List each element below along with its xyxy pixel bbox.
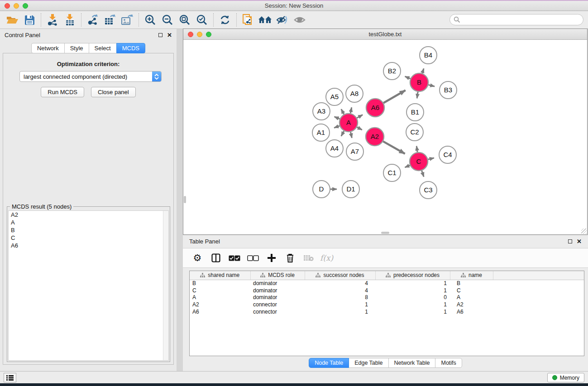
graph-node-C2[interactable]: C2 [406,124,423,141]
column-header-predecessor-nodes[interactable]: predecessor nodes [375,271,450,280]
tab-network[interactable]: Network [31,43,65,53]
column-header-shared-name[interactable]: shared name [190,271,250,280]
network-close-button[interactable] [188,32,193,37]
graph-node-C1[interactable]: C1 [383,164,401,181]
function-builder-button[interactable]: f(x) [320,251,333,265]
column-pane-button[interactable] [209,251,223,265]
table-row[interactable]: A2connector11A2 [190,301,584,308]
graph-edge-A-A8[interactable] [350,107,352,113]
graph-node-A3[interactable]: A3 [313,103,330,120]
run-mcds-button[interactable]: Run MCDS [41,87,84,97]
result-list-item[interactable]: B [9,226,168,234]
graph-node-B2[interactable]: B2 [383,62,401,80]
toolbar-search[interactable] [449,14,583,25]
graph-node-A8[interactable]: A8 [346,85,363,102]
home-layout-button[interactable] [257,13,274,27]
table-float-icon[interactable] [568,239,572,243]
column-header-MCDS-role[interactable]: MCDS role [250,271,305,280]
graph-edge-A6-B[interactable] [383,90,406,103]
maximize-window-button[interactable] [23,3,28,9]
horizontal-scrollbar-thumb[interactable] [381,232,389,234]
graph-edge-A-A6[interactable] [357,115,363,118]
graph-node-B1[interactable]: B1 [406,104,424,121]
graph-node-A4[interactable]: A4 [326,140,343,157]
graph-edge-A-A4[interactable] [341,131,344,136]
graph-edge-C-C2[interactable] [416,146,417,152]
zoom-out-button[interactable] [159,13,176,27]
close-panel-icon[interactable]: ✕ [167,32,172,38]
graph-node-D[interactable]: D [313,181,330,198]
graph-edge-A-A3[interactable] [335,117,340,119]
result-list-item[interactable]: A2 [9,211,168,219]
delete-table-button[interactable] [301,251,316,265]
graph-node-A5[interactable]: A5 [326,88,343,105]
network-maximize-button[interactable] [206,32,211,37]
result-list-item[interactable]: A6 [9,242,168,249]
task-history-button[interactable] [4,373,16,382]
add-column-button[interactable] [264,251,279,265]
result-scrollbar[interactable] [163,211,168,360]
graph-node-D1[interactable]: D1 [342,181,359,198]
deselect-all-button[interactable] [246,251,260,265]
settings-gear-button[interactable]: ⚙ [190,251,205,265]
table-row[interactable]: Adominator80A [190,294,584,301]
export-table-button[interactable] [101,13,119,27]
search-input[interactable] [460,15,583,24]
graph-edge-C-C3[interactable] [422,171,424,177]
graph-edge-C-C4[interactable] [428,158,434,159]
tab-style[interactable]: Style [64,43,89,53]
window-controls[interactable] [5,3,28,9]
graph-node-A2[interactable]: A2 [366,128,384,146]
network-window-controls[interactable] [188,32,211,37]
graph-node-A6[interactable]: A6 [366,99,384,117]
graph-node-A1[interactable]: A1 [312,124,330,141]
graph-edge-A-A7[interactable] [350,132,352,138]
delete-button[interactable] [283,251,297,265]
graph-edge-A-A1[interactable] [334,126,339,128]
graph-node-C3[interactable]: C3 [420,181,437,199]
node-table[interactable]: shared nameMCDS rolesuccessor nodesprede… [189,271,584,356]
column-header-name[interactable]: name [450,271,493,280]
hide-graphics-button[interactable] [274,13,291,27]
table-row[interactable]: Cdominator41C [190,287,584,294]
result-list-item[interactable]: A [9,219,168,226]
export-image-button[interactable] [119,13,136,27]
tab-motifs[interactable]: Motifs [435,358,462,368]
table-row[interactable]: A6connector11A6 [190,308,584,315]
result-list-item[interactable]: C [9,234,168,242]
zoom-selected-button[interactable] [193,13,210,27]
graph-edge-A2-C[interactable] [383,141,405,153]
column-header-successor-nodes[interactable]: successor nodes [305,271,375,280]
tab-network-table[interactable]: Network Table [388,358,436,368]
graph-node-A[interactable]: A [339,114,358,132]
network-minimize-button[interactable] [197,32,202,37]
zoom-fit-button[interactable] [176,13,193,27]
graph-node-C4[interactable]: C4 [439,146,456,163]
graph-edge-A-A2[interactable] [357,127,362,130]
graph-node-C[interactable]: C [410,152,428,171]
vertical-scrollbar-thumb[interactable] [184,196,186,203]
refresh-view-button[interactable] [216,13,234,27]
graph-edge-A-A5[interactable] [341,109,344,114]
clone-network-button[interactable] [239,13,257,27]
open-session-button[interactable] [4,13,21,27]
save-session-button[interactable] [21,13,38,27]
tab-mcds[interactable]: MCDS [116,43,145,53]
import-table-button[interactable] [61,13,78,27]
graph-edge-B-B4[interactable] [422,68,424,73]
graph-edge-B-B2[interactable] [405,76,411,79]
show-graphics-button[interactable] [291,13,308,27]
mcds-result-list[interactable]: A2ABCA6 [8,210,169,361]
graph-node-A7[interactable]: A7 [346,143,363,160]
import-network-button[interactable] [44,13,61,27]
tab-edge-table[interactable]: Edge Table [349,358,388,368]
resize-grip[interactable] [581,229,587,234]
graph-node-B[interactable]: B [410,73,428,91]
table-row[interactable]: Bdominator41B [190,280,584,287]
network-graph[interactable]: B4B2BB3A5A8A6A3B1AA1C2A2A4A7C4CC1C3DD1 [183,40,587,234]
close-window-button[interactable] [5,3,10,9]
graph-edge-C-C1[interactable] [405,165,410,167]
select-all-button[interactable] [227,251,242,265]
float-panel-icon[interactable] [158,33,163,37]
close-panel-button[interactable]: Close panel [91,87,136,97]
